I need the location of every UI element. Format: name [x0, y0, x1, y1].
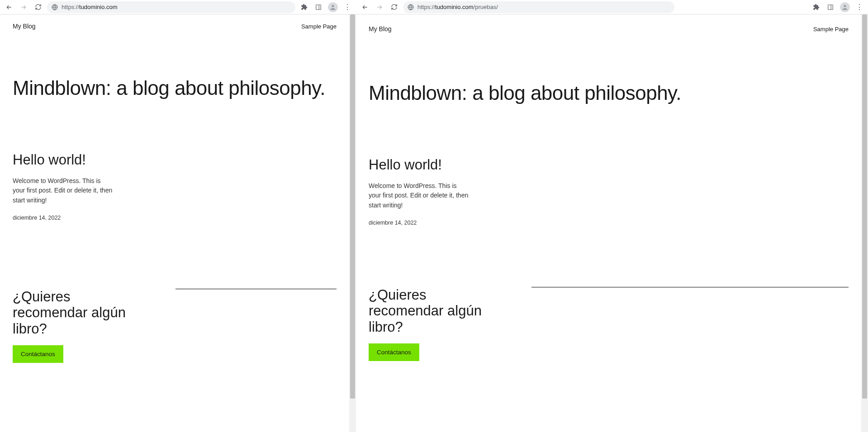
contact-button[interactable]: Contáctanos: [369, 343, 419, 361]
browser-window-right: https://tudominio.com/pruebas/ ⋮ My Blog…: [356, 0, 868, 432]
scrollbar-thumb[interactable]: [862, 14, 867, 399]
post-excerpt: Welcome to WordPress. This is your first…: [369, 181, 470, 211]
page-content: My Blog Sample Page Mindblown: a blog ab…: [0, 14, 349, 432]
scrollbar-thumb[interactable]: [350, 14, 355, 399]
site-title[interactable]: My Blog: [13, 23, 36, 30]
site-title[interactable]: My Blog: [369, 25, 392, 33]
site-header: My Blog Sample Page: [356, 14, 861, 39]
reload-button[interactable]: [389, 2, 399, 13]
extensions-icon[interactable]: [811, 2, 821, 12]
browser-toolbar: https://tudominio.com ⋮: [0, 0, 356, 14]
forward-button[interactable]: [18, 2, 29, 13]
url-text: https://tudominio.com/pruebas/: [417, 4, 498, 10]
profile-avatar[interactable]: [328, 2, 338, 12]
contact-button[interactable]: Contáctanos: [13, 345, 63, 363]
divider-line: [531, 287, 849, 287]
cta-heading: ¿Quieres recomendar algún libro?: [369, 287, 504, 335]
reload-button[interactable]: [33, 2, 43, 13]
browser-window-left: https://tudominio.com ⋮ My Blog Sample P…: [0, 0, 356, 432]
address-bar[interactable]: https://tudominio.com/pruebas/: [403, 1, 674, 13]
globe-icon: [52, 4, 58, 10]
svg-rect-1: [316, 5, 321, 9]
cta-section: ¿Quieres recomendar algún libro? Contáct…: [369, 287, 849, 361]
page-content: My Blog Sample Page Mindblown: a blog ab…: [356, 14, 861, 432]
post-date: diciembre 14, 2022: [13, 215, 337, 221]
post-excerpt: Welcome to WordPress. This is your first…: [13, 176, 114, 206]
back-button[interactable]: [360, 2, 370, 13]
browser-menu-button[interactable]: ⋮: [854, 3, 864, 11]
address-bar[interactable]: https://tudominio.com: [47, 1, 295, 13]
post-date: diciembre 14, 2022: [369, 220, 849, 226]
post-title-link[interactable]: Hello world!: [369, 157, 849, 173]
site-header: My Blog Sample Page: [0, 14, 349, 36]
divider-line: [175, 289, 337, 289]
cta-heading: ¿Quieres recomendar algún libro?: [13, 289, 148, 337]
post-title-link[interactable]: Hello world!: [13, 152, 337, 168]
profile-avatar[interactable]: [840, 2, 850, 12]
svg-point-3: [332, 5, 334, 7]
vertical-scrollbar[interactable]: [861, 14, 868, 432]
sample-page-link[interactable]: Sample Page: [301, 23, 337, 30]
extensions-icon[interactable]: [299, 2, 309, 12]
hero-heading: Mindblown: a blog about philosophy.: [369, 82, 849, 105]
forward-button[interactable]: [374, 2, 385, 13]
svg-rect-5: [828, 5, 833, 9]
back-button[interactable]: [4, 2, 14, 13]
globe-icon: [408, 4, 414, 10]
svg-point-7: [844, 5, 846, 7]
browser-menu-button[interactable]: ⋮: [342, 3, 352, 11]
viewport: My Blog Sample Page Mindblown: a blog ab…: [0, 14, 356, 432]
browser-toolbar: https://tudominio.com/pruebas/ ⋮: [356, 0, 868, 14]
hero-heading: Mindblown: a blog about philosophy.: [13, 77, 337, 100]
cta-section: ¿Quieres recomendar algún libro? Contáct…: [13, 289, 337, 363]
vertical-scrollbar[interactable]: [349, 14, 356, 432]
panel-icon[interactable]: [825, 2, 835, 12]
url-text: https://tudominio.com: [62, 4, 118, 10]
sample-page-link[interactable]: Sample Page: [813, 26, 849, 33]
panel-icon[interactable]: [313, 2, 323, 12]
viewport: My Blog Sample Page Mindblown: a blog ab…: [356, 14, 868, 432]
